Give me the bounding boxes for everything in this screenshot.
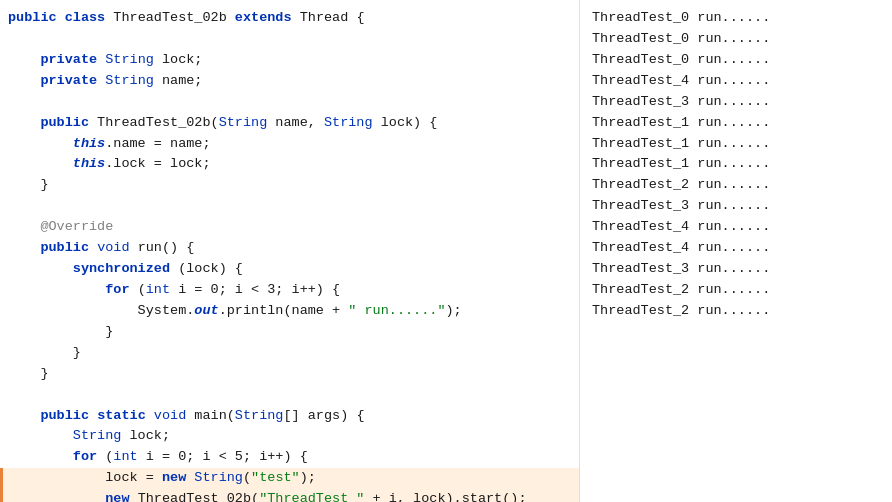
output-line: ThreadTest_3 run...... xyxy=(592,92,880,113)
code-line: } xyxy=(0,343,579,364)
output-line: ThreadTest_0 run...... xyxy=(592,50,880,71)
output-line: ThreadTest_1 run...... xyxy=(592,113,880,134)
code-line: String lock; xyxy=(0,426,579,447)
output-line: ThreadTest_1 run...... xyxy=(592,134,880,155)
output-line: ThreadTest_3 run...... xyxy=(592,196,880,217)
output-line: ThreadTest_2 run...... xyxy=(592,175,880,196)
output-line: ThreadTest_3 run...... xyxy=(592,259,880,280)
code-line: public void run() { xyxy=(0,238,579,259)
code-line: this.name = name; xyxy=(0,134,579,155)
code-line: private String lock; xyxy=(0,50,579,71)
code-line: for (int i = 0; i < 3; i++) { xyxy=(0,280,579,301)
output-line: ThreadTest_0 run...... xyxy=(592,8,880,29)
output-line: ThreadTest_2 run...... xyxy=(592,280,880,301)
code-line xyxy=(0,385,579,406)
code-line: } xyxy=(0,364,579,385)
output-line: ThreadTest_0 run...... xyxy=(592,29,880,50)
code-line: for (int i = 0; i < 5; i++) { xyxy=(0,447,579,468)
code-line: } xyxy=(0,322,579,343)
output-panel: ThreadTest_0 run...... ThreadTest_0 run.… xyxy=(580,0,892,502)
code-line: System.out.println(name + " run......"); xyxy=(0,301,579,322)
code-line: public static void main(String[] args) { xyxy=(0,406,579,427)
code-line: } xyxy=(0,175,579,196)
code-line xyxy=(0,92,579,113)
code-line-highlighted: new ThreadTest_02b("ThreadTest_" + i, lo… xyxy=(0,489,579,502)
code-line: @Override xyxy=(0,217,579,238)
output-line: ThreadTest_4 run...... xyxy=(592,71,880,92)
code-line: public ThreadTest_02b(String name, Strin… xyxy=(0,113,579,134)
code-line: private String name; xyxy=(0,71,579,92)
code-line: synchronized (lock) { xyxy=(0,259,579,280)
code-line-highlighted: lock = new String("test"); xyxy=(0,468,579,489)
code-line: this.lock = lock; xyxy=(0,154,579,175)
code-line: public class ThreadTest_02b extends Thre… xyxy=(0,8,579,29)
output-line: ThreadTest_4 run...... xyxy=(592,217,880,238)
output-line: ThreadTest_2 run...... xyxy=(592,301,880,322)
output-line: ThreadTest_4 run...... xyxy=(592,238,880,259)
code-editor: public class ThreadTest_02b extends Thre… xyxy=(0,0,580,502)
code-line xyxy=(0,196,579,217)
output-line: ThreadTest_1 run...... xyxy=(592,154,880,175)
code-line xyxy=(0,29,579,50)
